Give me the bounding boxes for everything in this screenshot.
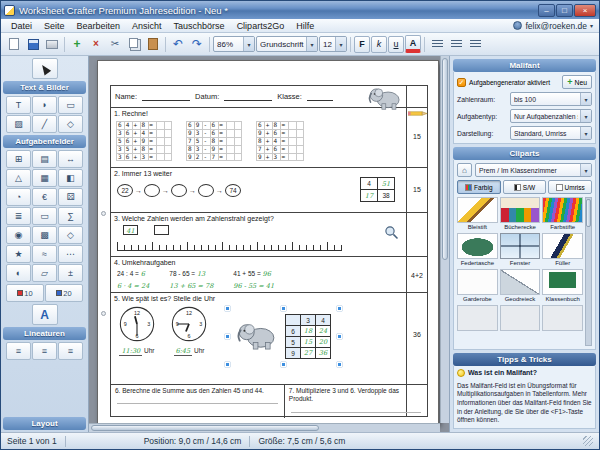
- tool-textaufgabe[interactable]: ≣: [6, 207, 31, 225]
- task-7[interactable]: 7. Multipliziere 3 und 6. Verdopple das …: [285, 385, 427, 418]
- malifant-field-selected[interactable]: 34 61824 51520 92736: [227, 308, 340, 365]
- underline-button[interactable]: u: [388, 36, 404, 53]
- tool-textfeld[interactable]: T: [6, 96, 31, 114]
- tool-symbolfeld[interactable]: ★: [6, 245, 31, 263]
- clipart-item[interactable]: Federtasche: [457, 233, 498, 266]
- section-text-bilder[interactable]: Text & Bilder: [3, 81, 86, 94]
- task-6[interactable]: 6. Berechne die Summe aus den Zahlen 45 …: [111, 385, 285, 418]
- tool-uhr[interactable]: ◔: [6, 188, 31, 206]
- tool-rechendreieck[interactable]: △: [6, 169, 31, 187]
- scrollbar-thumb[interactable]: [586, 199, 591, 227]
- pointer-tool[interactable]: [32, 58, 58, 79]
- redo-button[interactable]: ↷: [188, 35, 206, 53]
- task-2[interactable]: 2. Immer 13 weiter 22→ → → → 74 451 1738: [111, 168, 427, 213]
- copy-button[interactable]: [125, 35, 143, 53]
- tool-wuerfel[interactable]: ⚄: [58, 188, 83, 206]
- tool-zuordnung[interactable]: ±: [58, 264, 83, 282]
- chevron-down-icon[interactable]: ▾: [580, 164, 591, 176]
- tool-bildfeld[interactable]: ▨: [6, 115, 31, 133]
- clipart-thumb-fenster[interactable]: [500, 233, 541, 259]
- clipart-item[interactable]: Geodreieck: [500, 269, 541, 302]
- malifant-panel-header[interactable]: Malifant: [453, 59, 596, 72]
- selection-handle[interactable]: [225, 362, 230, 367]
- section-lineaturen[interactable]: Lineaturen: [3, 327, 86, 340]
- menu-ansicht[interactable]: Ansicht: [126, 19, 168, 32]
- task-5[interactable]: 5. Wie spät ist es? Stelle die Uhr 12 3 …: [111, 293, 427, 385]
- tool-punktebild[interactable]: ⋯: [58, 245, 83, 263]
- home-button[interactable]: ⌂: [457, 163, 472, 177]
- clipart-item[interactable]: Bleistift: [457, 197, 498, 230]
- maximize-button[interactable]: □: [556, 4, 573, 17]
- tool-hundertertafel[interactable]: ▦: [32, 169, 57, 187]
- tool-form[interactable]: ◇: [58, 115, 83, 133]
- account-menu[interactable]: felix@roeken.de ▾: [513, 21, 595, 31]
- paste-button[interactable]: [144, 35, 162, 53]
- task-4[interactable]: 4. Umkehraufgaben 24 : 4 = 6 6 · 4 = 24 …: [111, 257, 427, 293]
- canvas-horizontal-scrollbar[interactable]: [89, 423, 440, 432]
- clipart-thumb-buecherecke[interactable]: [500, 197, 541, 223]
- zoom-select[interactable]: 86%▾: [213, 36, 255, 52]
- menu-datei[interactable]: Datei: [5, 19, 38, 32]
- tool-geometriefeld[interactable]: ▱: [32, 264, 57, 282]
- tool-tabelle[interactable]: ▤: [32, 150, 57, 168]
- clipart-thumb-fueller[interactable]: [542, 233, 583, 259]
- resize-grip[interactable]: [583, 436, 593, 446]
- add-button[interactable]: +: [68, 35, 86, 53]
- section-layout[interactable]: Layout: [3, 417, 86, 430]
- chevron-down-icon[interactable]: ▾: [580, 127, 591, 139]
- menu-cliparts2go[interactable]: Cliparts2Go: [231, 19, 291, 32]
- chevron-down-icon[interactable]: ▾: [243, 37, 254, 51]
- tool-zehnerfeld[interactable]: 10: [6, 284, 44, 302]
- bold-button[interactable]: F: [354, 36, 370, 53]
- tool-punktefeld[interactable]: ◉: [6, 226, 31, 244]
- font-size-select[interactable]: 12▾: [319, 36, 347, 52]
- darstellung-select[interactable]: Standard, Umriss▾: [510, 126, 592, 140]
- clipart-thumb-farbstifte[interactable]: [542, 197, 583, 223]
- clipart-item-partial[interactable]: [457, 305, 498, 331]
- menu-tauschboerse[interactable]: Tauschbörse: [168, 19, 231, 32]
- worksheet-page[interactable]: Name: Datum: Klasse:: [97, 60, 439, 424]
- save-button[interactable]: [24, 35, 42, 53]
- tool-raster[interactable]: ▩: [32, 226, 57, 244]
- tips-panel-header[interactable]: Tipps & Tricks: [453, 353, 596, 366]
- align-left-button[interactable]: [428, 35, 446, 53]
- scrollbar-thumb[interactable]: [442, 58, 448, 260]
- generator-checkbox[interactable]: ✓: [457, 78, 466, 87]
- tool-linie[interactable]: ╱: [32, 115, 57, 133]
- font-select[interactable]: Grundschrift▾: [256, 36, 318, 52]
- menu-seite[interactable]: Seite: [38, 19, 71, 32]
- selection-handle[interactable]: [281, 306, 286, 311]
- clipart-category-select[interactable]: Prem / Im Klassenzimmer▾: [475, 163, 592, 177]
- tool-kettenaufgabe[interactable]: ∑: [58, 207, 83, 225]
- menu-hilfe[interactable]: Hilfe: [290, 19, 320, 32]
- chevron-down-icon[interactable]: ▾: [335, 37, 346, 51]
- menu-bearbeiten[interactable]: Bearbeiten: [71, 19, 127, 32]
- chevron-down-icon[interactable]: ▾: [580, 93, 591, 105]
- tool-zahlenmauer[interactable]: ◧: [58, 169, 83, 187]
- selection-handle[interactable]: [281, 362, 286, 367]
- clipart-scrollbar[interactable]: [585, 197, 592, 346]
- selection-handle[interactable]: [337, 306, 342, 311]
- font-color-button[interactable]: A: [405, 35, 421, 53]
- selection-handle[interactable]: [225, 334, 230, 339]
- clipart-item[interactable]: Klassenbuch: [542, 269, 583, 302]
- tool-buchstabenfeld[interactable]: A: [32, 304, 58, 325]
- print-button[interactable]: [43, 35, 61, 53]
- cut-button[interactable]: ✂: [106, 35, 124, 53]
- worksheet-canvas[interactable]: Name: Datum: Klasse:: [89, 56, 449, 432]
- clipart-item[interactable]: Fenster: [500, 233, 541, 266]
- selection-handle[interactable]: [337, 334, 342, 339]
- align-right-button[interactable]: [466, 35, 484, 53]
- clipart-thumb-geodreieck[interactable]: [500, 269, 541, 295]
- neu-button[interactable]: +Neu: [562, 75, 592, 89]
- selection-handle[interactable]: [225, 306, 230, 311]
- canvas-vertical-scrollbar[interactable]: [440, 56, 449, 423]
- tool-zahlenstrahl[interactable]: ↔: [58, 150, 83, 168]
- zahlenraum-select[interactable]: bis 100▾: [510, 92, 592, 106]
- filter-farbig-button[interactable]: Farbig: [457, 180, 501, 194]
- chevron-down-icon[interactable]: ▾: [580, 110, 591, 122]
- clipart-thumb-bleistift[interactable]: [457, 197, 498, 223]
- delete-button[interactable]: ×: [87, 35, 105, 53]
- clipart-item[interactable]: Farbstifte: [542, 197, 583, 230]
- minimize-button[interactable]: –: [538, 4, 555, 17]
